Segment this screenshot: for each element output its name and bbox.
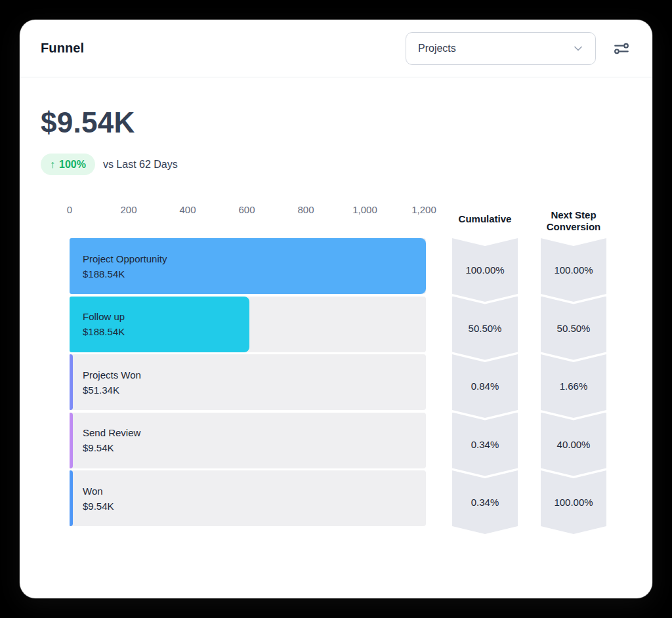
funnel-stage-value: $188.54K bbox=[83, 268, 167, 279]
next-step-header: Next Step Conversion bbox=[541, 209, 606, 233]
funnel-stage-row[interactable]: Send Review $9.54K bbox=[70, 413, 426, 468]
cumulative-column: 100.00% 50.50% 0.84% 0.34% 0.34% bbox=[452, 238, 518, 529]
change-badge: ↑ 100% bbox=[41, 154, 95, 175]
header-controls: Projects bbox=[406, 32, 631, 65]
x-axis-tick: 800 bbox=[297, 204, 314, 215]
funnel-stage-value: $51.34K bbox=[83, 384, 141, 396]
funnel-stage-value: $9.54K bbox=[83, 442, 140, 453]
x-axis: 02004006008001,0001,200 bbox=[70, 204, 426, 216]
arrow-up-icon: ↑ bbox=[50, 159, 55, 171]
funnel-widget-card: Funnel Projects bbox=[20, 20, 652, 598]
metric-value: $9.54K bbox=[41, 106, 631, 139]
metric-subline: ↑ 100% vs Last 62 Days bbox=[41, 154, 631, 175]
percent-chevron: 40.00% bbox=[541, 413, 606, 476]
chevron-down-icon bbox=[572, 42, 585, 55]
funnel-stage-bar bbox=[70, 470, 73, 526]
x-axis-tick: 0 bbox=[67, 204, 72, 215]
percent-chevron: 0.84% bbox=[452, 354, 518, 418]
x-axis-tick: 400 bbox=[179, 204, 196, 215]
funnel-stage-label: Won bbox=[83, 485, 114, 497]
funnel-stage-label: Send Review bbox=[83, 427, 140, 438]
x-axis-tick: 1,200 bbox=[411, 204, 436, 215]
funnel-stage-text: Projects Won $51.34K bbox=[83, 369, 141, 396]
funnel-stage-text: Project Opportunity $188.54K bbox=[83, 253, 167, 279]
percent-chevron: 0.34% bbox=[452, 470, 518, 534]
entity-select[interactable]: Projects bbox=[406, 32, 596, 65]
widget-title: Funnel bbox=[41, 41, 84, 56]
funnel-stage-bar bbox=[70, 413, 73, 468]
funnel-stage-value: $188.54K bbox=[83, 326, 125, 337]
entity-select-value: Projects bbox=[418, 43, 456, 54]
funnel-bars: Project Opportunity $188.54K Follow up $… bbox=[70, 238, 426, 529]
funnel-stage-text: Send Review $9.54K bbox=[83, 427, 140, 453]
x-axis-tick: 200 bbox=[120, 204, 136, 215]
funnel-stage-bar bbox=[70, 354, 73, 410]
percent-chevron: 50.50% bbox=[541, 297, 606, 360]
funnel-stage-row[interactable]: Project Opportunity $188.54K bbox=[70, 238, 426, 294]
funnel-stage-label: Project Opportunity bbox=[83, 253, 167, 264]
widget-header: Funnel Projects bbox=[20, 20, 652, 77]
funnel-stage-row[interactable]: Won $9.54K bbox=[70, 470, 426, 526]
funnel-stage-text: Won $9.54K bbox=[83, 485, 114, 512]
percent-chevron: 100.00% bbox=[452, 238, 518, 302]
comparison-label: vs Last 62 Days bbox=[103, 159, 178, 171]
funnel-chart: 02004006008001,0001,200 Cumulative Next … bbox=[70, 197, 631, 529]
funnel-stage-label: Follow up bbox=[83, 311, 125, 322]
x-axis-tick: 1,000 bbox=[352, 204, 377, 215]
percent-chevron: 100.00% bbox=[541, 238, 606, 302]
funnel-stage-text: Follow up $188.54K bbox=[83, 311, 125, 337]
funnel-stage-label: Projects Won bbox=[83, 369, 141, 381]
cumulative-header: Cumulative bbox=[452, 213, 518, 225]
next-step-column: 100.00% 50.50% 1.66% 40.00% 100.00% bbox=[541, 238, 606, 529]
chart-header-row: 02004006008001,0001,200 Cumulative Next … bbox=[70, 197, 631, 238]
percent-chevron: 1.66% bbox=[541, 354, 606, 418]
funnel-stage-row[interactable]: Projects Won $51.34K bbox=[70, 354, 426, 410]
sliders-icon bbox=[613, 40, 630, 57]
percent-chevron: 100.00% bbox=[541, 470, 606, 534]
x-axis-tick: 600 bbox=[238, 204, 255, 215]
chart-body: Project Opportunity $188.54K Follow up $… bbox=[70, 238, 631, 529]
percent-chevron: 50.50% bbox=[452, 297, 518, 360]
percent-chevron: 0.34% bbox=[452, 413, 518, 476]
funnel-stage-value: $9.54K bbox=[83, 501, 114, 512]
change-percent: 100% bbox=[59, 159, 86, 171]
funnel-stage-row[interactable]: Follow up $188.54K bbox=[70, 297, 426, 352]
widget-body: $9.54K ↑ 100% vs Last 62 Days 0200400600… bbox=[20, 77, 652, 529]
filter-button[interactable] bbox=[612, 39, 631, 58]
